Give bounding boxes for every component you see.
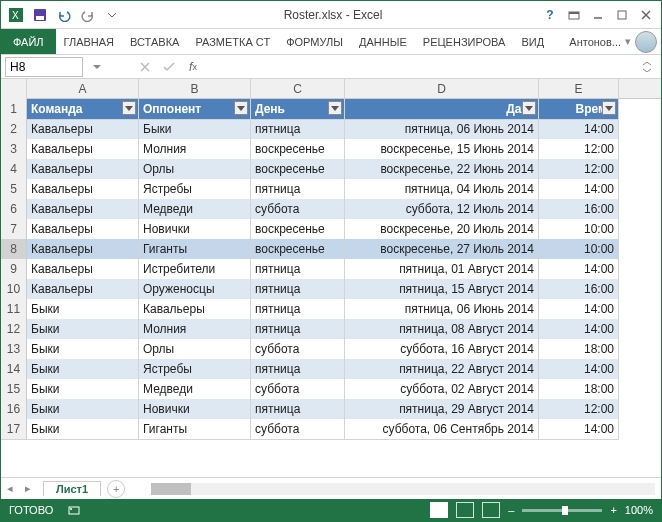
table-header-cell[interactable]: Время bbox=[539, 99, 619, 120]
row-header[interactable]: 14 bbox=[1, 359, 27, 380]
row-header[interactable]: 5 bbox=[1, 179, 27, 200]
col-header-c[interactable]: C bbox=[251, 79, 345, 99]
tab-insert[interactable]: ВСТАВКА bbox=[122, 29, 187, 54]
cell[interactable]: суббота, 16 Август 2014 bbox=[345, 339, 539, 360]
cell[interactable]: пятница, 04 Июль 2014 bbox=[345, 179, 539, 200]
cell[interactable]: Кавальеры bbox=[27, 159, 139, 180]
cell[interactable]: пятница bbox=[251, 259, 345, 280]
col-header-e[interactable]: E bbox=[539, 79, 619, 99]
cell[interactable]: пятница bbox=[251, 399, 345, 420]
cell[interactable]: пятница, 06 Июнь 2014 bbox=[345, 119, 539, 140]
row-header[interactable]: 3 bbox=[1, 139, 27, 160]
cell[interactable]: Кавальеры bbox=[27, 119, 139, 140]
cell[interactable]: Кавальеры bbox=[27, 219, 139, 240]
cell[interactable]: Кавальеры bbox=[27, 239, 139, 260]
horizontal-scrollbar[interactable] bbox=[151, 483, 655, 495]
cell[interactable]: пятница bbox=[251, 119, 345, 140]
cell[interactable]: пятница bbox=[251, 299, 345, 320]
cell[interactable]: Гиганты bbox=[139, 419, 251, 440]
save-icon[interactable] bbox=[29, 4, 51, 26]
cell[interactable]: воскресенье bbox=[251, 239, 345, 260]
cell[interactable]: Молния bbox=[139, 139, 251, 160]
formula-input[interactable] bbox=[207, 57, 633, 77]
add-sheet-button[interactable]: + bbox=[107, 480, 125, 498]
cell[interactable]: воскресенье, 22 Июнь 2014 bbox=[345, 159, 539, 180]
cell[interactable]: Медведи bbox=[139, 199, 251, 220]
ribbon-display-icon[interactable] bbox=[563, 4, 585, 26]
macro-record-icon[interactable] bbox=[63, 499, 85, 521]
zoom-level[interactable]: 100% bbox=[625, 504, 653, 516]
cell[interactable]: Молния bbox=[139, 319, 251, 340]
cell[interactable]: пятница, 01 Август 2014 bbox=[345, 259, 539, 280]
cell[interactable]: 14:00 bbox=[539, 419, 619, 440]
cell[interactable]: пятница bbox=[251, 179, 345, 200]
table-header-cell[interactable]: День bbox=[251, 99, 345, 120]
col-header-b[interactable]: B bbox=[139, 79, 251, 99]
cell[interactable]: Кавальеры bbox=[139, 299, 251, 320]
select-all-corner[interactable] bbox=[1, 79, 27, 99]
zoom-out-icon[interactable]: – bbox=[508, 504, 514, 516]
tab-formulas[interactable]: ФОРМУЛЫ bbox=[278, 29, 351, 54]
cell[interactable]: пятница bbox=[251, 279, 345, 300]
cell[interactable]: Быки bbox=[27, 379, 139, 400]
col-header-a[interactable]: A bbox=[27, 79, 139, 99]
name-box[interactable] bbox=[5, 57, 83, 77]
cell[interactable]: пятница, 15 Август 2014 bbox=[345, 279, 539, 300]
cell[interactable]: 12:00 bbox=[539, 139, 619, 160]
tab-review[interactable]: РЕЦЕНЗИРОВА bbox=[415, 29, 514, 54]
row-header[interactable]: 9 bbox=[1, 259, 27, 280]
grid-rows[interactable]: 1КомандаОппонентДеньДатаВремя2КавальерыБ… bbox=[1, 99, 661, 477]
table-header-cell[interactable]: Оппонент bbox=[139, 99, 251, 120]
cell[interactable]: 14:00 bbox=[539, 359, 619, 380]
cell[interactable]: Орлы bbox=[139, 159, 251, 180]
row-header[interactable]: 11 bbox=[1, 299, 27, 320]
row-header[interactable]: 15 bbox=[1, 379, 27, 400]
cell[interactable]: Быки bbox=[27, 299, 139, 320]
cell[interactable]: Оруженосцы bbox=[139, 279, 251, 300]
tab-file[interactable]: ФАЙЛ bbox=[1, 29, 56, 54]
filter-dropdown-icon[interactable] bbox=[602, 101, 616, 115]
cell[interactable]: воскресенье bbox=[251, 159, 345, 180]
col-header-d[interactable]: D bbox=[345, 79, 539, 99]
cell[interactable]: пятница bbox=[251, 319, 345, 340]
cell[interactable]: воскресенье bbox=[251, 219, 345, 240]
cell[interactable]: Быки bbox=[27, 419, 139, 440]
cell[interactable]: Истребители bbox=[139, 259, 251, 280]
zoom-in-icon[interactable]: + bbox=[610, 504, 616, 516]
cell[interactable]: суббота, 02 Август 2014 bbox=[345, 379, 539, 400]
cell[interactable]: суббота bbox=[251, 419, 345, 440]
cell[interactable]: суббота bbox=[251, 379, 345, 400]
tab-page-layout[interactable]: РАЗМЕТКА СТ bbox=[187, 29, 278, 54]
sheet-nav-next-icon[interactable]: ▸ bbox=[25, 482, 37, 495]
cell[interactable]: Ястребы bbox=[139, 359, 251, 380]
table-header-cell[interactable]: Команда bbox=[27, 99, 139, 120]
cell[interactable]: 18:00 bbox=[539, 379, 619, 400]
cell[interactable]: Быки bbox=[27, 339, 139, 360]
tab-view[interactable]: ВИД bbox=[513, 29, 552, 54]
sheet-nav-prev-icon[interactable]: ◂ bbox=[7, 482, 19, 495]
row-header[interactable]: 2 bbox=[1, 119, 27, 140]
cell[interactable]: суббота, 06 Сентябрь 2014 bbox=[345, 419, 539, 440]
cell[interactable]: 14:00 bbox=[539, 259, 619, 280]
cell[interactable]: Кавальеры bbox=[27, 259, 139, 280]
row-header[interactable]: 1 bbox=[1, 99, 27, 120]
cell[interactable]: Гиганты bbox=[139, 239, 251, 260]
cell[interactable]: воскресенье, 15 Июнь 2014 bbox=[345, 139, 539, 160]
view-normal-icon[interactable] bbox=[430, 502, 448, 518]
zoom-slider[interactable] bbox=[522, 509, 602, 512]
cell[interactable]: 16:00 bbox=[539, 279, 619, 300]
cell[interactable]: пятница, 06 Июнь 2014 bbox=[345, 299, 539, 320]
cell[interactable]: Кавальеры bbox=[27, 179, 139, 200]
cell[interactable]: пятница bbox=[251, 359, 345, 380]
help-icon[interactable]: ? bbox=[539, 4, 561, 26]
cell[interactable]: Новички bbox=[139, 399, 251, 420]
filter-dropdown-icon[interactable] bbox=[234, 101, 248, 115]
close-icon[interactable] bbox=[635, 4, 657, 26]
filter-dropdown-icon[interactable] bbox=[522, 101, 536, 115]
table-header-cell[interactable]: Дата bbox=[345, 99, 539, 120]
formula-expand-icon[interactable] bbox=[637, 57, 657, 77]
cell[interactable]: воскресенье bbox=[251, 139, 345, 160]
sheet-tab[interactable]: Лист1 bbox=[43, 481, 101, 496]
cell[interactable]: суббота bbox=[251, 339, 345, 360]
row-header[interactable]: 17 bbox=[1, 419, 27, 440]
